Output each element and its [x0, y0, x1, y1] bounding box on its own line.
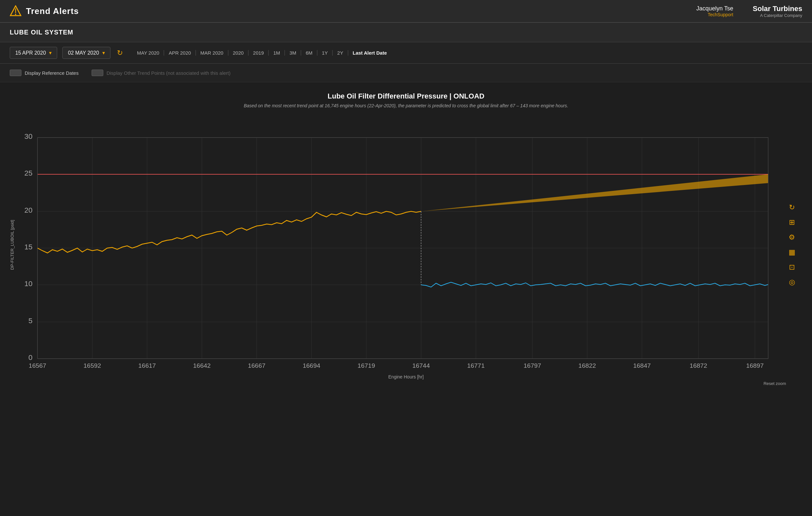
options-bar: Display Reference Dates Display Other Tr… — [0, 64, 812, 82]
svg-text:25: 25 — [24, 169, 32, 177]
nav-apr2020[interactable]: APR 2020 — [164, 50, 196, 56]
svg-text:16822: 16822 — [578, 362, 596, 369]
svg-text:16897: 16897 — [746, 362, 763, 369]
chart-table-icon[interactable]: ⊞ — [786, 217, 798, 228]
svg-text:16847: 16847 — [633, 362, 651, 369]
end-date-select[interactable]: 02 MAY 2020 ▾ — [62, 47, 110, 59]
y-axis-label: DP-FILTER_LUBOIL [psid] — [10, 118, 18, 372]
chart-svg: 0 5 10 15 20 25 30 16567 16592 16617 166… — [18, 118, 781, 372]
nav-may2020[interactable]: MAY 2020 — [133, 50, 164, 56]
display-reference-dates-checkbox[interactable] — [10, 70, 22, 76]
nav-2020[interactable]: 2020 — [228, 50, 249, 56]
x-axis-label: Engine Hours [hr] — [10, 374, 802, 379]
user-name: Jacquelyn Tse — [696, 5, 733, 12]
display-reference-dates-toggle[interactable]: Display Reference Dates — [10, 70, 79, 76]
nav-6m[interactable]: 6M — [301, 50, 317, 56]
end-date-chevron-icon: ▾ — [102, 50, 105, 56]
chart-bar-icon[interactable]: ▦ — [786, 246, 798, 258]
nav-last-alert[interactable]: Last Alert Date — [348, 50, 392, 56]
display-reference-dates-label: Display Reference Dates — [25, 70, 79, 76]
header-right: Jacquelyn Tse TechSupport Solar Turbines… — [696, 4, 802, 18]
refresh-button[interactable]: ↻ — [116, 48, 124, 58]
chart-right-icons: ↻ ⊞ ⚙ ▦ ⊡ ◎ — [781, 118, 802, 372]
chart-target-icon[interactable]: ◎ — [786, 276, 798, 288]
svg-text:16617: 16617 — [138, 362, 156, 369]
start-date-chevron-icon: ▾ — [49, 50, 52, 56]
header-left: Trend Alerts — [10, 5, 79, 17]
controls-bar: 15 APR 2020 ▾ 02 MAY 2020 ▾ ↻ MAY 2020 A… — [0, 42, 812, 64]
svg-text:16667: 16667 — [248, 362, 265, 369]
svg-text:16642: 16642 — [193, 362, 211, 369]
svg-rect-3 — [18, 118, 781, 372]
page-title-bar: LUBE OIL SYSTEM — [0, 23, 812, 42]
page-title: LUBE OIL SYSTEM — [10, 29, 74, 36]
chart-refresh-icon[interactable]: ↻ — [786, 201, 798, 213]
display-other-trend-checkbox[interactable] — [92, 70, 103, 76]
svg-text:10: 10 — [24, 280, 32, 288]
end-date-value: 02 MAY 2020 — [68, 50, 99, 56]
svg-text:16567: 16567 — [29, 362, 46, 369]
svg-text:0: 0 — [29, 353, 33, 361]
user-info: Jacquelyn Tse TechSupport — [696, 5, 733, 17]
start-date-value: 15 APR 2020 — [15, 50, 46, 56]
nav-2y[interactable]: 2Y — [332, 50, 348, 56]
display-other-trend-toggle[interactable]: Display Other Trend Points (not associat… — [92, 70, 231, 76]
nav-2019[interactable]: 2019 — [249, 50, 269, 56]
date-nav: MAY 2020 APR 2020 MAR 2020 2020 2019 1M … — [133, 50, 392, 56]
user-role: TechSupport — [696, 12, 733, 17]
svg-text:15: 15 — [24, 243, 32, 251]
nav-mar2020[interactable]: MAR 2020 — [196, 50, 228, 56]
svg-text:16797: 16797 — [524, 362, 541, 369]
start-date-select[interactable]: 15 APR 2020 ▾ — [10, 47, 57, 59]
app-logo-icon — [10, 5, 22, 17]
chart-container: Lube Oil Filter Differential Pressure | … — [0, 82, 812, 389]
svg-text:16872: 16872 — [690, 362, 707, 369]
nav-1m[interactable]: 1M — [269, 50, 285, 56]
nav-1y[interactable]: 1Y — [317, 50, 332, 56]
nav-3m[interactable]: 3M — [285, 50, 301, 56]
chart-title: Lube Oil Filter Differential Pressure | … — [10, 92, 802, 101]
brand-sub: A Caterpillar Company — [753, 13, 802, 18]
reset-zoom-button[interactable]: Reset zoom — [763, 381, 786, 386]
chart-subtitle: Based on the most recent trend point at … — [10, 103, 802, 108]
svg-text:30: 30 — [24, 132, 32, 140]
app-title: Trend Alerts — [26, 6, 79, 16]
svg-text:20: 20 — [24, 206, 32, 214]
svg-text:16694: 16694 — [303, 362, 320, 369]
brand-info: Solar Turbines A Caterpillar Company — [753, 4, 802, 18]
chart-wrapper: DP-FILTER_LUBOIL [psid] 0 5 10 15 — [10, 118, 802, 372]
svg-text:16744: 16744 — [412, 362, 430, 369]
chart-image-icon[interactable]: ⊡ — [786, 262, 798, 273]
svg-point-2 — [15, 13, 16, 15]
brand-name: Solar Turbines — [753, 4, 802, 13]
svg-text:16771: 16771 — [467, 362, 485, 369]
chart-settings-icon[interactable]: ⚙ — [786, 232, 798, 243]
display-other-trend-label: Display Other Trend Points (not associat… — [107, 70, 231, 76]
svg-text:16592: 16592 — [84, 362, 101, 369]
svg-text:16719: 16719 — [357, 362, 375, 369]
chart-inner[interactable]: 0 5 10 15 20 25 30 16567 16592 16617 166… — [18, 118, 781, 372]
svg-text:5: 5 — [29, 317, 33, 325]
app-header: Trend Alerts Jacquelyn Tse TechSupport S… — [0, 0, 812, 23]
